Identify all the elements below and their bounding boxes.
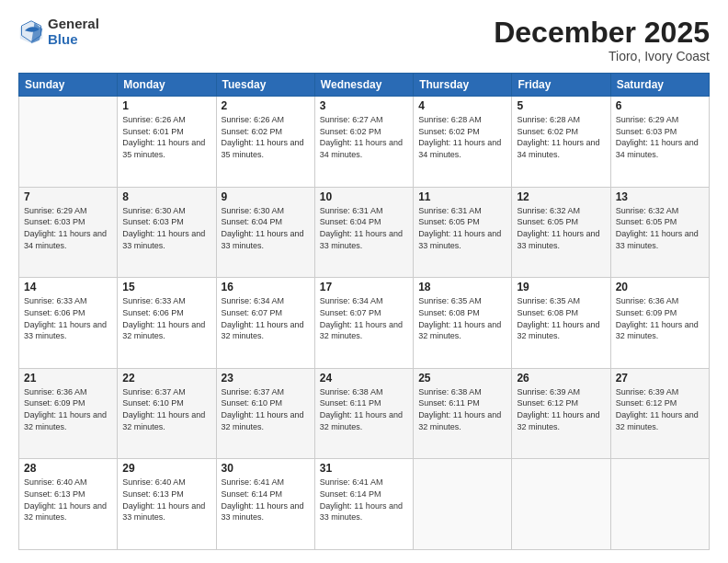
table-row: 31Sunrise: 6:41 AMSunset: 6:14 PMDayligh…: [314, 459, 413, 550]
day-number: 2: [222, 99, 310, 112]
logo: General Blue: [18, 17, 99, 47]
day-info: Sunrise: 6:33 AMSunset: 6:06 PMDaylight:…: [24, 295, 112, 341]
table-row: 23Sunrise: 6:37 AMSunset: 6:10 PMDayligh…: [216, 368, 314, 459]
day-number: 3: [320, 99, 408, 112]
day-info: Sunrise: 6:27 AMSunset: 6:02 PMDaylight:…: [320, 114, 408, 160]
logo-icon: [18, 19, 44, 45]
table-row: 1Sunrise: 6:26 AMSunset: 6:01 PMDaylight…: [118, 97, 216, 188]
day-info: Sunrise: 6:39 AMSunset: 6:12 PMDaylight:…: [517, 386, 605, 432]
table-row: 5Sunrise: 6:28 AMSunset: 6:02 PMDaylight…: [512, 97, 610, 188]
day-number: 18: [418, 281, 506, 293]
col-saturday: Saturday: [610, 74, 709, 97]
day-number: 6: [616, 99, 704, 112]
day-number: 19: [517, 281, 605, 293]
day-number: 13: [616, 190, 704, 203]
day-number: 14: [24, 281, 112, 293]
day-info: Sunrise: 6:40 AMSunset: 6:13 PMDaylight:…: [24, 477, 112, 523]
table-row: [512, 459, 610, 550]
table-row: 14Sunrise: 6:33 AMSunset: 6:06 PMDayligh…: [19, 278, 118, 369]
table-row: 30Sunrise: 6:41 AMSunset: 6:14 PMDayligh…: [216, 459, 314, 550]
main-title: December 2025: [494, 17, 710, 49]
logo-general: General: [48, 17, 99, 32]
day-number: 26: [517, 372, 605, 385]
day-info: Sunrise: 6:39 AMSunset: 6:12 PMDaylight:…: [616, 386, 704, 432]
col-sunday: Sunday: [19, 74, 118, 97]
day-info: Sunrise: 6:38 AMSunset: 6:11 PMDaylight:…: [320, 386, 408, 432]
table-row: 25Sunrise: 6:38 AMSunset: 6:11 PMDayligh…: [414, 368, 512, 459]
day-number: 11: [418, 190, 506, 203]
day-info: Sunrise: 6:41 AMSunset: 6:14 PMDaylight:…: [222, 477, 310, 523]
day-number: 23: [222, 372, 310, 385]
day-info: Sunrise: 6:36 AMSunset: 6:09 PMDaylight:…: [616, 295, 704, 341]
logo-text: General Blue: [48, 17, 99, 47]
table-row: 11Sunrise: 6:31 AMSunset: 6:05 PMDayligh…: [414, 187, 512, 278]
day-info: Sunrise: 6:32 AMSunset: 6:05 PMDaylight:…: [616, 205, 704, 251]
day-info: Sunrise: 6:26 AMSunset: 6:01 PMDaylight:…: [122, 114, 210, 160]
day-number: 15: [122, 281, 210, 293]
day-info: Sunrise: 6:35 AMSunset: 6:08 PMDaylight:…: [517, 295, 605, 341]
col-monday: Monday: [118, 74, 216, 97]
title-block: December 2025 Tioro, Ivory Coast: [494, 17, 710, 63]
col-tuesday: Tuesday: [216, 74, 314, 97]
day-number: 27: [616, 372, 704, 385]
day-info: Sunrise: 6:29 AMSunset: 6:03 PMDaylight:…: [24, 205, 112, 251]
table-row: 16Sunrise: 6:34 AMSunset: 6:07 PMDayligh…: [216, 278, 314, 369]
header-row: Sunday Monday Tuesday Wednesday Thursday…: [19, 74, 710, 97]
day-number: 25: [418, 372, 506, 385]
table-row: 19Sunrise: 6:35 AMSunset: 6:08 PMDayligh…: [512, 278, 610, 369]
table-row: 8Sunrise: 6:30 AMSunset: 6:03 PMDaylight…: [118, 187, 216, 278]
calendar-week-2: 7Sunrise: 6:29 AMSunset: 6:03 PMDaylight…: [19, 187, 710, 278]
table-row: [19, 97, 118, 188]
table-row: 29Sunrise: 6:40 AMSunset: 6:13 PMDayligh…: [118, 459, 216, 550]
table-row: 9Sunrise: 6:30 AMSunset: 6:04 PMDaylight…: [216, 187, 314, 278]
table-row: 27Sunrise: 6:39 AMSunset: 6:12 PMDayligh…: [610, 368, 709, 459]
calendar-table: Sunday Monday Tuesday Wednesday Thursday…: [18, 73, 710, 550]
day-number: 21: [24, 372, 112, 385]
calendar-page: General Blue December 2025 Tioro, Ivory …: [0, 0, 728, 563]
day-number: 30: [222, 462, 310, 475]
table-row: 10Sunrise: 6:31 AMSunset: 6:04 PMDayligh…: [314, 187, 413, 278]
table-row: 12Sunrise: 6:32 AMSunset: 6:05 PMDayligh…: [512, 187, 610, 278]
day-info: Sunrise: 6:41 AMSunset: 6:14 PMDaylight:…: [320, 477, 408, 523]
day-info: Sunrise: 6:34 AMSunset: 6:07 PMDaylight:…: [320, 295, 408, 341]
logo-blue: Blue: [48, 32, 99, 48]
table-row: 15Sunrise: 6:33 AMSunset: 6:06 PMDayligh…: [118, 278, 216, 369]
day-info: Sunrise: 6:37 AMSunset: 6:10 PMDaylight:…: [122, 386, 210, 432]
day-number: 17: [320, 281, 408, 293]
day-number: 31: [320, 462, 408, 475]
calendar-week-1: 1Sunrise: 6:26 AMSunset: 6:01 PMDaylight…: [19, 97, 710, 188]
col-friday: Friday: [512, 74, 610, 97]
table-row: 20Sunrise: 6:36 AMSunset: 6:09 PMDayligh…: [610, 278, 709, 369]
day-number: 4: [418, 99, 506, 112]
day-number: 22: [122, 372, 210, 385]
table-row: 28Sunrise: 6:40 AMSunset: 6:13 PMDayligh…: [19, 459, 118, 550]
day-number: 20: [616, 281, 704, 293]
day-info: Sunrise: 6:31 AMSunset: 6:05 PMDaylight:…: [418, 205, 506, 251]
day-info: Sunrise: 6:34 AMSunset: 6:07 PMDaylight:…: [222, 295, 310, 341]
day-info: Sunrise: 6:29 AMSunset: 6:03 PMDaylight:…: [616, 114, 704, 160]
day-number: 12: [517, 190, 605, 203]
col-wednesday: Wednesday: [314, 74, 413, 97]
day-info: Sunrise: 6:28 AMSunset: 6:02 PMDaylight:…: [418, 114, 506, 160]
day-info: Sunrise: 6:35 AMSunset: 6:08 PMDaylight:…: [418, 295, 506, 341]
day-number: 10: [320, 190, 408, 203]
day-info: Sunrise: 6:26 AMSunset: 6:02 PMDaylight:…: [222, 114, 310, 160]
table-row: 26Sunrise: 6:39 AMSunset: 6:12 PMDayligh…: [512, 368, 610, 459]
day-info: Sunrise: 6:32 AMSunset: 6:05 PMDaylight:…: [517, 205, 605, 251]
table-row: 21Sunrise: 6:36 AMSunset: 6:09 PMDayligh…: [19, 368, 118, 459]
header: General Blue December 2025 Tioro, Ivory …: [18, 17, 710, 63]
table-row: 17Sunrise: 6:34 AMSunset: 6:07 PMDayligh…: [314, 278, 413, 369]
day-info: Sunrise: 6:28 AMSunset: 6:02 PMDaylight:…: [517, 114, 605, 160]
day-number: 9: [222, 190, 310, 203]
table-row: 2Sunrise: 6:26 AMSunset: 6:02 PMDaylight…: [216, 97, 314, 188]
table-row: [610, 459, 709, 550]
day-number: 24: [320, 372, 408, 385]
day-info: Sunrise: 6:33 AMSunset: 6:06 PMDaylight:…: [122, 295, 210, 341]
day-info: Sunrise: 6:38 AMSunset: 6:11 PMDaylight:…: [418, 386, 506, 432]
day-info: Sunrise: 6:36 AMSunset: 6:09 PMDaylight:…: [24, 386, 112, 432]
day-info: Sunrise: 6:30 AMSunset: 6:04 PMDaylight:…: [222, 205, 310, 251]
day-number: 8: [122, 190, 210, 203]
table-row: 4Sunrise: 6:28 AMSunset: 6:02 PMDaylight…: [414, 97, 512, 188]
day-info: Sunrise: 6:37 AMSunset: 6:10 PMDaylight:…: [222, 386, 310, 432]
day-number: 16: [222, 281, 310, 293]
